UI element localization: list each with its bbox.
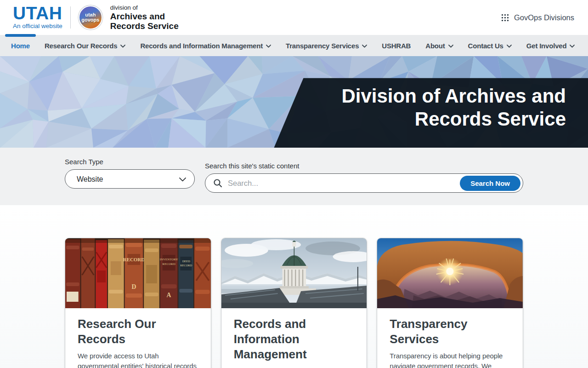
govops-logo-icon[interactable]: utah govops [79,6,102,29]
division-prefix: division of [110,4,179,11]
card-title: Research Our Records [78,316,198,347]
division-name-line1: Archives and [110,12,179,21]
card-research-our-records[interactable]: RECORD D INVENTORY RECORD A [65,238,211,368]
main-nav: Home Research Our Records Records and In… [0,35,588,56]
card-description: We assist Utah government entities to [234,366,355,368]
page-title: Division of Archives and Records Service [300,85,566,130]
division-name-line2: Records Service [110,21,179,31]
nav-item-about[interactable]: About [418,35,460,56]
govops-logo-text: govops [81,17,99,23]
brand-group: UTAH An official website utah govops div… [13,4,179,31]
svg-text:RECORD: RECORD [180,264,192,267]
nav-item-transparency-services[interactable]: Transparency Services [278,35,374,56]
nav-item-records-and-information-management[interactable]: Records and Information Management [133,35,278,56]
search-input[interactable] [228,179,460,188]
utah-wordmark: UTAH [13,6,62,21]
chevron-down-icon [448,45,453,48]
antique-record-books-image: RECORD D INVENTORY RECORD A [65,238,211,308]
svg-text:DEED: DEED [182,259,190,263]
nav-item-get-involved[interactable]: Get Involved [519,35,582,56]
card-title: Transparency Services [390,316,510,347]
utah-state-capitol-image [221,238,367,308]
nav-item-home[interactable]: Home [4,35,37,56]
card-records-information-management[interactable]: Records and Information Management We as… [221,238,368,368]
search-type-select[interactable]: Website [65,169,195,189]
search-now-button[interactable]: Search Now [460,176,520,191]
site-header: UTAH An official website utah govops div… [0,0,588,35]
chevron-down-icon [570,45,575,48]
mesa-arch-sunrise-image [377,238,523,308]
search-content-label: Search this site's static content [205,162,523,170]
feature-cards-section: RECORD D INVENTORY RECORD A [0,205,588,368]
nav-item-research-our-records[interactable]: Research Our Records [37,35,133,56]
hero-banner: Division of Archives and Records Service [0,56,588,148]
svg-text:RECORD: RECORD [123,257,145,262]
header-divider [70,6,71,29]
official-website-text: An official website [13,23,62,29]
nav-item-ushrab[interactable]: USHRAB [374,35,418,56]
chevron-down-icon [507,45,512,48]
chevron-down-icon [120,45,125,48]
card-description: We provide access to Utah governmental e… [78,351,198,368]
svg-text:INVENTORY: INVENTORY [160,258,178,261]
division-lockup[interactable]: division of Archives and Records Service [110,4,179,31]
svg-text:A: A [167,292,171,299]
search-bar: Search Now [205,173,523,193]
utah-logo[interactable]: UTAH An official website [13,6,62,29]
apps-grid-icon [501,14,509,22]
card-transparency-services[interactable]: Transparency Services Transparency is ab… [377,238,523,368]
nav-item-contact-us[interactable]: Contact Us [461,35,519,56]
search-section: Search Type Website Search this site's s… [0,148,588,205]
svg-text:RECORD: RECORD [163,262,175,266]
chevron-down-icon [362,45,367,48]
card-description: Transparency is about helping people nav… [390,351,510,368]
govops-divisions-button[interactable]: GovOps Divisions [501,13,574,22]
search-type-label: Search Type [65,158,195,166]
chevron-down-icon [266,45,271,48]
search-icon [213,178,222,188]
card-title: Records and Information Management [234,316,355,362]
govops-divisions-label: GovOps Divisions [514,13,574,22]
search-type-select-wrap: Website [65,169,195,189]
svg-text:D: D [131,283,136,290]
